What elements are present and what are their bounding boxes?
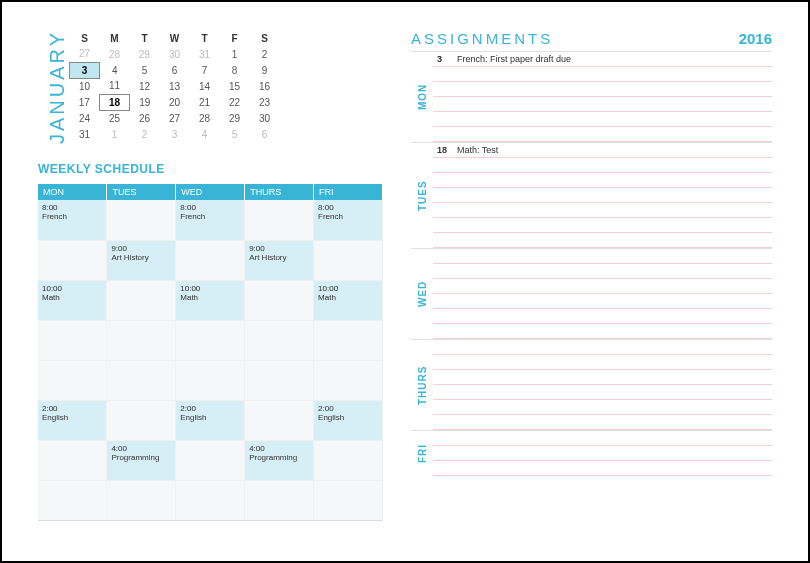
cal-day[interactable]: 5 xyxy=(220,126,250,142)
ws-cell[interactable] xyxy=(245,320,314,360)
ws-cell[interactable]: 8:00French xyxy=(314,200,383,240)
ws-cell[interactable] xyxy=(314,480,383,520)
assignment-line[interactable] xyxy=(433,112,772,127)
cal-day[interactable]: 9 xyxy=(250,62,280,78)
cal-day[interactable]: 11 xyxy=(100,78,130,94)
cal-day[interactable]: 18 xyxy=(100,94,130,110)
assignment-line[interactable] xyxy=(433,67,772,82)
cal-day[interactable]: 31 xyxy=(190,46,220,62)
ws-cell[interactable] xyxy=(314,360,383,400)
cal-day[interactable]: 15 xyxy=(220,78,250,94)
assignment-line[interactable] xyxy=(433,340,772,355)
assignment-line[interactable]: 18Math: Test xyxy=(433,143,772,158)
assignment-line[interactable] xyxy=(433,415,772,430)
ws-cell[interactable]: 10:00Math xyxy=(176,280,245,320)
cal-day[interactable]: 25 xyxy=(100,110,130,126)
ws-cell[interactable] xyxy=(107,360,176,400)
cal-day[interactable]: 16 xyxy=(250,78,280,94)
cal-day[interactable]: 22 xyxy=(220,94,250,110)
ws-cell[interactable]: 8:00French xyxy=(176,200,245,240)
ws-cell[interactable]: 8:00French xyxy=(38,200,107,240)
assignment-line[interactable] xyxy=(433,355,772,370)
ws-cell[interactable] xyxy=(245,400,314,440)
ws-cell[interactable] xyxy=(314,320,383,360)
assignment-line[interactable] xyxy=(433,173,772,188)
assignment-line[interactable] xyxy=(433,127,772,142)
assignment-line[interactable] xyxy=(433,461,772,476)
cal-day[interactable]: 20 xyxy=(160,94,190,110)
cal-day[interactable]: 27 xyxy=(160,110,190,126)
cal-day[interactable]: 3 xyxy=(70,62,100,78)
cal-day[interactable]: 13 xyxy=(160,78,190,94)
ws-cell[interactable]: 2:00English xyxy=(38,400,107,440)
ws-cell[interactable] xyxy=(107,320,176,360)
cal-day[interactable]: 17 xyxy=(70,94,100,110)
cal-day[interactable]: 19 xyxy=(130,94,160,110)
assignment-line[interactable] xyxy=(433,309,772,324)
assignment-line[interactable] xyxy=(433,233,772,248)
assignment-line[interactable] xyxy=(433,400,772,415)
assignment-line[interactable] xyxy=(433,324,772,339)
ws-cell[interactable]: 2:00English xyxy=(176,400,245,440)
cal-day[interactable]: 31 xyxy=(70,126,100,142)
ws-cell[interactable] xyxy=(107,400,176,440)
cal-day[interactable]: 1 xyxy=(100,126,130,142)
assignment-line[interactable] xyxy=(433,82,772,97)
ws-cell[interactable] xyxy=(176,480,245,520)
assignment-line[interactable] xyxy=(433,385,772,400)
ws-cell[interactable] xyxy=(245,280,314,320)
cal-day[interactable]: 7 xyxy=(190,62,220,78)
ws-cell[interactable]: 9:00Art History xyxy=(107,240,176,280)
cal-day[interactable]: 29 xyxy=(220,110,250,126)
assignment-line[interactable] xyxy=(433,370,772,385)
cal-day[interactable]: 12 xyxy=(130,78,160,94)
ws-cell[interactable] xyxy=(38,320,107,360)
assignment-line[interactable]: 3French: First paper draft due xyxy=(433,52,772,67)
cal-day[interactable]: 23 xyxy=(250,94,280,110)
cal-day[interactable]: 30 xyxy=(160,46,190,62)
assignment-line[interactable] xyxy=(433,203,772,218)
ws-cell[interactable] xyxy=(245,360,314,400)
cal-day[interactable]: 30 xyxy=(250,110,280,126)
cal-day[interactable]: 4 xyxy=(190,126,220,142)
ws-cell[interactable]: 10:00Math xyxy=(314,280,383,320)
ws-cell[interactable] xyxy=(176,360,245,400)
cal-day[interactable]: 27 xyxy=(70,46,100,62)
ws-cell[interactable] xyxy=(314,240,383,280)
cal-day[interactable]: 2 xyxy=(130,126,160,142)
ws-cell[interactable]: 9:00Art History xyxy=(245,240,314,280)
ws-cell[interactable] xyxy=(38,440,107,480)
ws-cell[interactable] xyxy=(176,440,245,480)
ws-cell[interactable]: 4:00Programming xyxy=(107,440,176,480)
ws-cell[interactable]: 2:00English xyxy=(314,400,383,440)
cal-day[interactable]: 10 xyxy=(70,78,100,94)
assignment-line[interactable] xyxy=(433,264,772,279)
assignment-line[interactable] xyxy=(433,294,772,309)
cal-day[interactable]: 8 xyxy=(220,62,250,78)
cal-day[interactable]: 28 xyxy=(100,46,130,62)
cal-day[interactable]: 14 xyxy=(190,78,220,94)
cal-day[interactable]: 1 xyxy=(220,46,250,62)
assignment-line[interactable] xyxy=(433,279,772,294)
cal-day[interactable]: 3 xyxy=(160,126,190,142)
cal-day[interactable]: 5 xyxy=(130,62,160,78)
cal-day[interactable]: 26 xyxy=(130,110,160,126)
ws-cell[interactable] xyxy=(38,240,107,280)
cal-day[interactable]: 24 xyxy=(70,110,100,126)
assignment-line[interactable] xyxy=(433,249,772,264)
assignment-line[interactable] xyxy=(433,158,772,173)
ws-cell[interactable] xyxy=(245,200,314,240)
ws-cell[interactable]: 10:00Math xyxy=(38,280,107,320)
cal-day[interactable]: 6 xyxy=(160,62,190,78)
cal-day[interactable]: 4 xyxy=(100,62,130,78)
assignment-line[interactable] xyxy=(433,446,772,461)
ws-cell[interactable]: 4:00Programming xyxy=(245,440,314,480)
ws-cell[interactable] xyxy=(38,360,107,400)
cal-day[interactable]: 29 xyxy=(130,46,160,62)
assignment-line[interactable] xyxy=(433,188,772,203)
cal-day[interactable]: 2 xyxy=(250,46,280,62)
ws-cell[interactable] xyxy=(107,480,176,520)
assignment-line[interactable] xyxy=(433,218,772,233)
ws-cell[interactable] xyxy=(38,480,107,520)
ws-cell[interactable] xyxy=(107,280,176,320)
